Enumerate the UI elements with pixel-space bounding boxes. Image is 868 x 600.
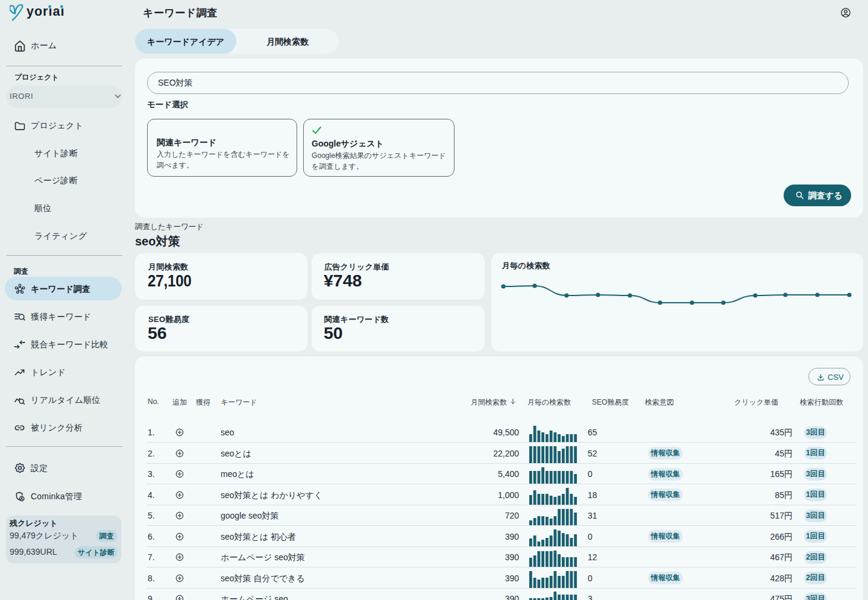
svg-text:yorıaı: yorıaı [27, 4, 64, 19]
